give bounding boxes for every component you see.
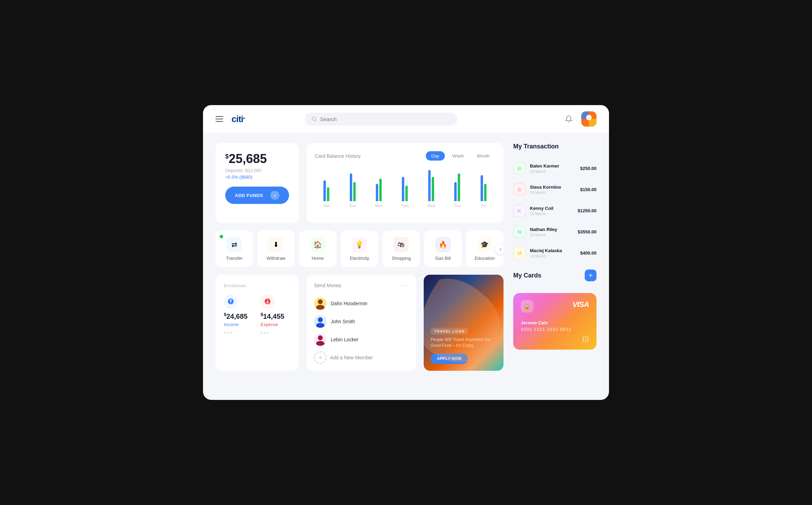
lock-icon: 🔒: [521, 300, 533, 313]
day-label: Fri: [481, 204, 486, 208]
visa-card-top: 🔒 VISA: [521, 300, 589, 313]
transaction-avatar: K: [513, 204, 526, 217]
left-panel: $25,685 Deposits: $12,000 +6.5% ($680) A…: [215, 143, 504, 390]
bar-pair: [454, 163, 460, 201]
bar-green: [379, 179, 382, 201]
bar-blue: [454, 182, 457, 201]
shortcut-icon: 🔥: [435, 237, 451, 252]
apply-now-button[interactable]: APPLY NOW: [431, 353, 468, 364]
bell-icon[interactable]: [563, 113, 574, 125]
svg-point-9: [318, 317, 323, 322]
shortcut-badge: [220, 235, 223, 238]
transaction-info: Nathan Riley10 March: [530, 227, 574, 237]
transaction-date: 10 March: [530, 254, 576, 258]
transaction-item[interactable]: NNathan Riley10 March$3550.00: [513, 222, 597, 242]
tab-month[interactable]: Month: [472, 151, 495, 161]
shortcut-item-shopping[interactable]: 🛍Shopping: [382, 231, 420, 267]
contact-avatar-2: [314, 333, 327, 346]
transaction-name: Nathan Riley: [530, 227, 574, 232]
bar-green: [405, 186, 408, 201]
transaction-info: Maciej Kalaska10 March: [530, 248, 576, 258]
tab-week[interactable]: Week: [447, 151, 470, 161]
header: citi*: [203, 105, 609, 133]
shortcut-item-home[interactable]: 🏠Home: [299, 231, 337, 267]
dots-menu[interactable]: ···: [401, 282, 408, 289]
add-member-icon: +: [314, 351, 327, 364]
add-member-label: Add a New Member: [330, 355, 373, 360]
bar-pair: [376, 163, 382, 201]
bar-blue: [428, 170, 431, 201]
shortcut-label: Electricity: [350, 256, 369, 261]
day-label: Wed: [427, 204, 435, 208]
add-member-button[interactable]: + Add a New Member: [314, 351, 408, 364]
my-cards-header: My Cards +: [513, 269, 597, 281]
shortcut-label: Home: [312, 256, 324, 261]
chart-day-group: Sat: [315, 163, 338, 208]
shortcuts-row: ⇄Transfer⬇Withdraw🏠Home💡Electricity🛍Shop…: [215, 231, 504, 267]
bar-green: [484, 184, 487, 201]
shortcut-label: Gas Bill: [435, 256, 451, 261]
transaction-name: Maciej Kalaska: [530, 248, 576, 253]
contact-avatar-1: [314, 315, 327, 328]
shortcut-icon: 🏠: [310, 237, 325, 252]
card-number: 9302 2321 3332 9832: [521, 327, 589, 332]
shortcut-item-withdraw[interactable]: ⬇Withdraw: [257, 231, 295, 267]
menu-icon[interactable]: [215, 116, 223, 122]
add-card-button[interactable]: +: [585, 269, 597, 281]
chart-day-group: Thu: [446, 163, 469, 208]
add-funds-button[interactable]: ADD FUNDS ›: [225, 187, 289, 204]
contact-item-1[interactable]: John Smith: [314, 313, 408, 331]
expense-label: Expense: [261, 322, 290, 327]
transaction-avatar: S: [513, 183, 526, 196]
deposits-text: Deposits: $12,000: [225, 168, 289, 173]
send-money-card: Send Money ··· Dahn Hoodermin John Smi: [306, 275, 416, 371]
search-bar[interactable]: [305, 113, 457, 126]
search-input[interactable]: [320, 116, 450, 122]
transaction-amount: $1250.00: [578, 208, 597, 213]
svg-point-0: [312, 117, 316, 120]
visa-card: 🔒 VISA Jerome Cain 9302 2321 3332 9832 )…: [513, 293, 597, 350]
chart-day-group: Tues: [393, 163, 416, 208]
income-icon: [224, 294, 238, 308]
shortcut-label: Education: [475, 256, 495, 261]
search-icon: [312, 116, 317, 122]
shortcut-label: Transfer: [226, 256, 243, 261]
bar-blue: [481, 175, 483, 201]
income-label: Income: [224, 322, 254, 327]
bar-pair: [402, 163, 408, 201]
transaction-item[interactable]: MMaciej Kalaska10 March$400.00: [513, 243, 597, 263]
next-arrow[interactable]: ›: [495, 244, 504, 254]
bar-pair: [350, 163, 356, 201]
transaction-date: 10 March: [530, 190, 576, 195]
shortcut-item-electricity[interactable]: 💡Electricity: [341, 231, 378, 267]
transaction-item[interactable]: SSlava Kornilov10 March$150.00: [513, 180, 597, 199]
expense-amount: $14,455: [261, 312, 290, 320]
bar-blue: [323, 180, 326, 201]
breakdown-items: $24,685 Income: [224, 294, 290, 334]
contact-name-2: Lebin Locker: [331, 337, 358, 342]
right-panel: My Transaction BBalen Karmer10 March$250…: [513, 143, 597, 390]
transaction-amount: $3550.00: [578, 229, 597, 234]
contact-item-2[interactable]: Lebin Locker: [314, 331, 408, 349]
contact-name-0: Dahn Hoodermin: [331, 301, 367, 306]
tab-day[interactable]: Day: [426, 151, 445, 161]
top-row: $25,685 Deposits: $12,000 +6.5% ($680) A…: [215, 143, 504, 223]
shortcut-label: Withdraw: [267, 256, 285, 261]
transaction-date: 10 March: [530, 212, 574, 216]
shortcut-item-gas-bill[interactable]: 🔥Gas Bill: [424, 231, 462, 267]
bottom-row: Breakdown $24,685 Income: [215, 275, 504, 371]
transaction-name: Slava Kornilov: [530, 185, 576, 190]
shortcut-item-transfer[interactable]: ⇄Transfer: [215, 231, 253, 267]
card-holder-name: Jerome Cain: [521, 320, 589, 325]
svg-point-4: [586, 115, 592, 120]
balance-amount: $25,685: [225, 153, 289, 165]
contact-name-1: John Smith: [331, 319, 355, 324]
expense-item: $14,455 Expense: [261, 294, 290, 334]
transaction-item[interactable]: KKenny Coil10 March$1250.00: [513, 201, 597, 221]
svg-point-7: [318, 299, 323, 304]
balance-card: $25,685 Deposits: $12,000 +6.5% ($680) A…: [215, 143, 299, 223]
contact-item-0[interactable]: Dahn Hoodermin: [314, 294, 408, 313]
chart-header: Card Balance History Day Week Month: [315, 151, 495, 161]
avatar[interactable]: [581, 111, 597, 127]
transaction-item[interactable]: BBalen Karmer10 March$250.00: [513, 159, 597, 178]
